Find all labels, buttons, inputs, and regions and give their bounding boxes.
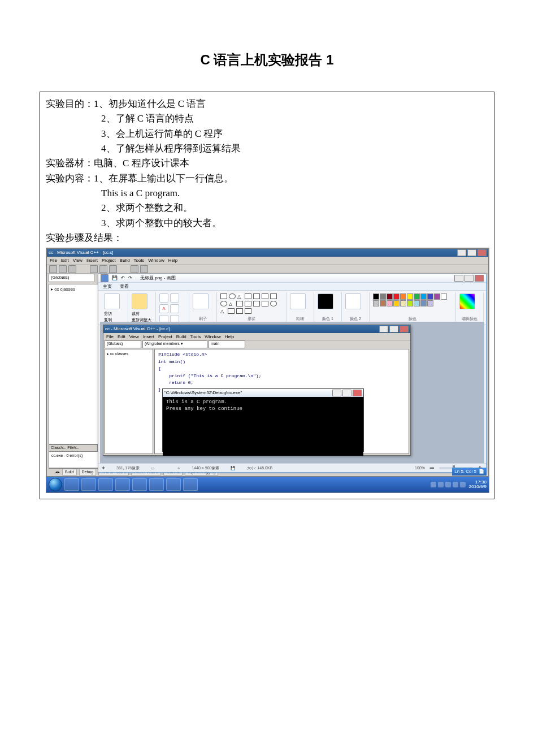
paint-titlebar[interactable]: 💾 ↶ ↷ 无标题.png - 画图 (98, 274, 486, 283)
shape-icon[interactable] (245, 301, 251, 306)
shape-icon[interactable]: △ (220, 308, 226, 313)
shape-icon[interactable] (253, 301, 260, 306)
paint-window-buttons[interactable] (454, 275, 484, 282)
menu-edit[interactable]: Edit (61, 257, 69, 264)
tray-icon[interactable] (431, 482, 436, 487)
palette-swatch[interactable] (387, 293, 393, 300)
shape-icon[interactable] (229, 293, 236, 299)
menu-help[interactable]: Help (168, 257, 177, 264)
qat-undo-icon[interactable]: ↶ (121, 275, 125, 282)
menu-file[interactable]: File (50, 257, 57, 264)
brush-icon[interactable] (193, 293, 209, 309)
palette-swatch[interactable] (380, 293, 386, 300)
tray-icon[interactable] (445, 482, 451, 487)
menu-build[interactable]: Build (120, 257, 130, 264)
palette-swatch[interactable] (407, 293, 413, 300)
tray-icon[interactable] (453, 482, 458, 487)
vc-inner-titlebar[interactable]: cc - Microsoft Visual C++ - [cc.c] (103, 325, 410, 333)
menu-project[interactable]: Project (158, 334, 172, 340)
tab-build[interactable]: Build (62, 469, 77, 476)
palette-swatch[interactable] (414, 293, 420, 300)
window-buttons[interactable] (457, 249, 487, 256)
palette-swatch[interactable] (393, 293, 400, 300)
tb-copy-icon[interactable] (99, 265, 107, 273)
globals-combo[interactable]: (Globals) (49, 274, 94, 282)
vc-inner-menubar[interactable]: File Edit View Insert Project Build Tool… (103, 333, 410, 341)
shape-icon[interactable] (228, 308, 235, 314)
menu-insert[interactable]: Insert (143, 334, 154, 340)
vc-inner-window-buttons[interactable] (379, 326, 409, 332)
tb-new-icon[interactable] (49, 265, 57, 273)
menu-view[interactable]: View (73, 257, 83, 264)
taskbar-item[interactable] (115, 478, 130, 491)
taskbar-item[interactable] (132, 478, 147, 491)
tb-paste-icon[interactable] (109, 265, 117, 273)
tb-cut-icon[interactable] (90, 265, 98, 273)
eraser-icon[interactable] (170, 304, 179, 313)
vc-outer-menubar[interactable]: File Edit View Insert Project Build Tool… (47, 257, 488, 265)
shape-icon[interactable] (236, 301, 243, 306)
menu-window[interactable]: Window (205, 334, 220, 340)
menu-view[interactable]: View (129, 334, 139, 340)
shape-icon[interactable] (270, 301, 277, 306)
tray-icon[interactable] (460, 482, 466, 487)
palette-swatch[interactable] (420, 300, 427, 306)
menu-window[interactable]: Window (148, 257, 164, 264)
inner-combo-members[interactable]: (All global members ▾ (142, 340, 207, 348)
shape-icon[interactable] (262, 301, 268, 306)
palette-swatch[interactable] (380, 300, 386, 306)
taskbar[interactable]: 17:30 2010/9/9 (46, 477, 489, 493)
tb-undo-icon[interactable] (131, 265, 138, 273)
shape-icon[interactable] (220, 293, 227, 299)
vc-outer-sidebar[interactable]: ▸ cc classes (49, 284, 99, 444)
shape-icon[interactable]: △ (237, 293, 243, 298)
palette-swatch[interactable] (434, 293, 440, 300)
shape-icon[interactable] (236, 308, 243, 314)
pencil-icon[interactable] (159, 293, 168, 303)
menu-edit[interactable]: Edit (118, 334, 125, 340)
menu-tools[interactable]: Tools (134, 257, 145, 264)
tab-home[interactable]: 主页 (103, 283, 112, 290)
qat-save-icon[interactable]: 💾 (112, 275, 118, 282)
paint-canvas[interactable]: cc - Microsoft Visual C++ - [cc.c] File … (100, 322, 484, 463)
taskbar-item[interactable] (98, 478, 113, 491)
cut-button[interactable]: 剪切 (104, 311, 112, 317)
tray-icon[interactable] (438, 482, 444, 487)
tb-open-icon[interactable] (59, 265, 67, 273)
menu-project[interactable]: Project (102, 257, 116, 264)
palette-swatch[interactable] (420, 293, 427, 300)
shape-icon[interactable] (245, 293, 251, 299)
inner-combo-main[interactable]: main (209, 340, 245, 348)
tb-redo-icon[interactable] (140, 265, 148, 273)
edit-colors-icon[interactable] (459, 293, 475, 309)
tree-root[interactable]: ▸ cc classes (51, 286, 97, 293)
start-button[interactable] (49, 478, 62, 491)
palette-swatch[interactable] (373, 293, 379, 300)
fill-icon[interactable] (170, 293, 179, 303)
taskbar-item[interactable] (81, 478, 96, 491)
paste-icon[interactable] (104, 293, 120, 309)
palette-swatch[interactable] (400, 300, 406, 306)
palette-swatch[interactable] (414, 300, 420, 306)
menu-file[interactable]: File (106, 334, 114, 340)
vc-outer-toolbar[interactable] (47, 265, 488, 274)
qat-redo-icon[interactable]: ↷ (128, 275, 132, 282)
taskbar-item[interactable] (64, 478, 79, 491)
shape-icon[interactable] (262, 293, 268, 299)
tb-save-icon[interactable] (68, 265, 76, 273)
taskbar-item[interactable] (166, 478, 181, 491)
palette-swatch[interactable] (427, 293, 433, 300)
vc-outer-titlebar[interactable]: cc - Microsoft Visual C++ - [cc.c] (47, 249, 488, 257)
palette-swatch[interactable] (427, 300, 433, 306)
menu-tools[interactable]: Tools (190, 334, 201, 340)
taskbar-item[interactable] (183, 478, 198, 491)
color2-swatch[interactable] (345, 293, 361, 309)
inner-combo-globals[interactable]: (Globals) (105, 340, 141, 348)
paint-ribbon-tabs[interactable]: 主页 查看 (98, 283, 486, 291)
text-icon[interactable]: A (159, 304, 168, 313)
menu-help[interactable]: Help (225, 334, 234, 340)
select-icon[interactable] (132, 293, 147, 309)
palette-swatch[interactable] (387, 300, 393, 306)
console-titlebar[interactable]: "C:\Windows\System32\Debug\cc.exe" (163, 389, 363, 397)
palette-swatch[interactable] (407, 300, 413, 306)
